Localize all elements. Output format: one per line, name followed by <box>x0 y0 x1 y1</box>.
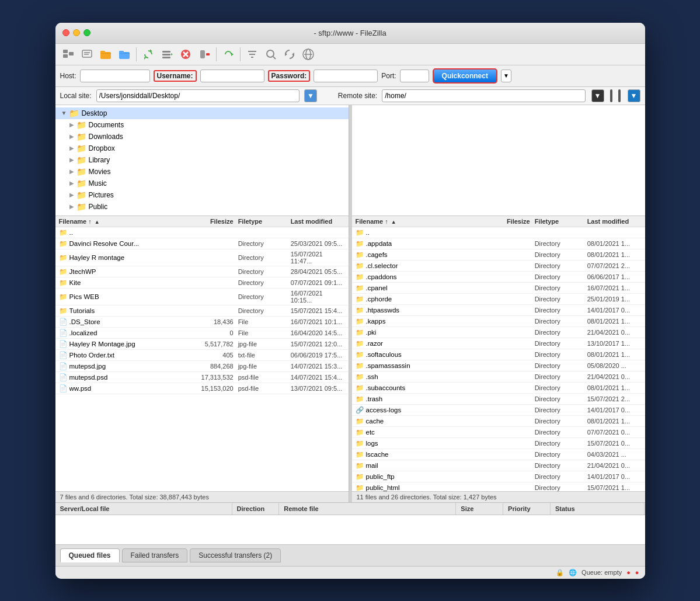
close-button[interactable] <box>62 29 69 36</box>
search-icon[interactable] <box>263 46 279 62</box>
globe-icon: 🌐 <box>569 569 577 576</box>
local-file-row[interactable]: 📁 Hayley R montage Directory 15/07/2021 … <box>55 249 349 266</box>
local-file-row[interactable]: 📄 mutepsd.jpg 884,268 jpg-file 14/07/202… <box>55 361 349 372</box>
queue-col-header: Priority <box>503 503 551 515</box>
remote-file-row[interactable]: 📁 .trash Directory 15/07/2021 2... <box>352 394 645 405</box>
username-input[interactable] <box>200 70 264 82</box>
local-tree-item[interactable]: ▶ 📁 Music <box>55 178 349 189</box>
local-tree-item[interactable]: ▶ 📁 Documents <box>55 119 349 131</box>
local-file-row[interactable]: 📄 Hayley R Montage.jpg 5,517,782 jpg-fil… <box>55 339 349 350</box>
svg-rect-19 <box>200 50 205 58</box>
remote-file-row[interactable]: 📁 logs Directory 15/07/2021 0... <box>352 438 645 449</box>
quickconnect-dropdown[interactable]: ▼ <box>501 70 511 82</box>
local-file-row[interactable]: 📁 .. <box>55 227 349 238</box>
remote-file-row[interactable]: 📁 mail Directory 21/04/2021 0... <box>352 460 645 471</box>
traffic-lights <box>62 29 90 36</box>
remote-file-row[interactable]: 📁 .cpanel Directory 16/07/2021 1... <box>352 283 645 294</box>
remote-file-row[interactable]: 📁 etc Directory 07/07/2021 0... <box>352 427 645 438</box>
reconnect-icon[interactable] <box>220 46 236 62</box>
password-input[interactable] <box>314 70 378 82</box>
connection-bar: Host: Username: Password: Port: Quickcon… <box>55 65 645 87</box>
local-file-row[interactable]: 📄 mutepsd.psd 17,313,532 psd-file 14/07/… <box>55 372 349 383</box>
remote-file-row[interactable]: 📁 .cphorde Directory 25/01/2019 1... <box>352 294 645 305</box>
queue-tab[interactable]: Failed transfers <box>122 548 188 562</box>
local-col-filesize[interactable]: Filesize <box>194 218 238 225</box>
remote-file-row[interactable]: 📁 .appdata Directory 08/01/2021 1... <box>352 238 645 249</box>
local-path-input[interactable] <box>96 89 299 102</box>
local-tree-item[interactable]: ▼ 📁 Desktop <box>55 107 349 119</box>
remote-file-row[interactable]: 📁 .ssh Directory 21/04/2021 0... <box>352 371 645 383</box>
sync-browse-icon[interactable] <box>281 46 298 62</box>
quickconnect-button[interactable]: Quickconnect <box>433 68 497 84</box>
local-tree-item[interactable]: ▶ 📁 Downloads <box>55 131 349 143</box>
remote-file-row[interactable]: 📁 .htpasswds Directory 14/01/2017 0... <box>352 305 645 316</box>
remote-file-list-header: Filename ↑ ▲ Filesize Filetype Last modi… <box>352 216 645 227</box>
filter-icon[interactable] <box>244 46 260 62</box>
remote-col-filename[interactable]: Filename ↑ ▲ <box>356 218 491 225</box>
remote-file-row[interactable]: 🔗 access-logs Directory 14/01/2017 0... <box>352 405 645 416</box>
remote-col-filesize[interactable]: Filesize <box>491 218 535 225</box>
remote-file-row[interactable]: 📁 .spamassassin Directory 05/08/2020 ... <box>352 360 645 371</box>
remote-col-filetype[interactable]: Filetype <box>535 218 587 225</box>
maximize-button[interactable] <box>83 29 90 36</box>
remote-file-row[interactable]: 📁 .razor Directory 13/10/2017 1... <box>352 338 645 349</box>
remote-col-lastmodified[interactable]: Last modified <box>587 218 642 225</box>
remote-file-row[interactable]: 📁 .subaccounts Directory 08/01/2021 1... <box>352 383 645 394</box>
message-log-icon[interactable] <box>79 46 95 62</box>
remote-file-row[interactable]: 📁 public_html Directory 15/07/2021 1... <box>352 482 645 491</box>
local-file-row[interactable]: 📄 .DS_Store 18,436 File 16/07/2021 10:1.… <box>55 317 349 328</box>
local-file-list[interactable]: 📁 .. 📁 Davinci Resolve Cour... Directory… <box>55 227 349 491</box>
remote-file-row[interactable]: 📁 .kapps Directory 08/01/2021 1... <box>352 316 645 327</box>
svg-rect-20 <box>206 53 210 55</box>
remote-file-row[interactable]: 📁 cache Directory 08/01/2021 1... <box>352 416 645 427</box>
local-file-row[interactable]: 📁 Tutorials Directory 15/07/2021 15:4... <box>55 305 349 317</box>
local-file-row[interactable]: 📄 .localized 0 File 16/04/2020 14:5... <box>55 328 349 339</box>
titlebar: - sftp://www - FileZilla <box>55 23 645 44</box>
remote-file-list[interactable]: 📁 .. 📁 .appdata Directory 08/01/2021 1..… <box>352 227 645 491</box>
local-tree[interactable]: ▼ 📁 Desktop ▶ 📁 Documents ▶ 📁 Downloads … <box>55 105 349 216</box>
local-file-row[interactable]: 📄 Photo Order.txt 405 txt-file 06/06/201… <box>55 350 349 361</box>
remote-dir-icon[interactable] <box>116 46 133 62</box>
site-manager-icon[interactable] <box>60 46 76 62</box>
remote-file-row[interactable]: 📁 .softaculous Directory 08/01/2021 1... <box>352 349 645 360</box>
port-input[interactable] <box>400 70 429 82</box>
refresh-icon[interactable] <box>140 46 156 62</box>
local-tree-item[interactable]: ▶ 📁 Library <box>55 154 349 166</box>
remote-file-row[interactable]: 📁 .cagefs Directory 08/01/2021 1... <box>352 249 645 260</box>
minimize-button[interactable] <box>73 29 80 36</box>
local-col-lastmodified[interactable]: Last modified <box>291 218 345 225</box>
queue-tab[interactable]: Successful transfers (2) <box>190 548 281 562</box>
svg-point-25 <box>267 50 274 57</box>
local-tree-item[interactable]: ▶ 📁 Public <box>55 201 349 213</box>
svg-rect-3 <box>82 50 92 57</box>
remote-file-row[interactable]: 📁 public_ftp Directory 14/01/2017 0... <box>352 471 645 482</box>
remote-path-input[interactable] <box>382 89 585 102</box>
local-file-list-header: Filename ↑ ▲ Filesize Filetype Last modi… <box>55 216 349 227</box>
remote-file-row[interactable]: 📁 lscache Directory 04/03/2021 ... <box>352 449 645 460</box>
remote-file-row[interactable]: 📁 .cpaddons Directory 06/06/2017 1... <box>352 272 645 283</box>
local-dir-icon[interactable] <box>97 46 114 62</box>
local-file-row[interactable]: 📁 JtechWP Directory 28/04/2021 05:5... <box>55 266 349 277</box>
local-tree-item[interactable]: ▶ 📁 Dropbox <box>55 143 349 154</box>
local-file-row[interactable]: 📁 Pics WEB Directory 16/07/2021 10:15... <box>55 289 349 305</box>
svg-rect-12 <box>162 51 170 53</box>
remote-file-row[interactable]: 📁 .. <box>352 227 645 238</box>
remote-file-row[interactable]: 📁 .cl.selector Directory 07/07/2021 2... <box>352 260 645 272</box>
local-col-filetype[interactable]: Filetype <box>238 218 291 225</box>
disconnect-icon[interactable] <box>196 46 213 62</box>
remote-path-dropdown[interactable]: ▼ <box>591 89 604 102</box>
process-queue-icon[interactable] <box>159 46 175 62</box>
local-col-filename[interactable]: Filename ↑ ▲ <box>59 218 194 225</box>
remote-file-row[interactable]: 📁 .pki Directory 21/04/2021 0... <box>352 327 645 338</box>
local-file-row[interactable]: 📁 Davinci Resolve Cour... Directory 25/0… <box>55 238 349 249</box>
local-tree-item[interactable]: ▶ 📁 Movies <box>55 166 349 178</box>
stop-icon[interactable] <box>177 46 194 62</box>
host-input[interactable] <box>80 70 150 82</box>
local-tree-item[interactable]: ▶ 📁 Pictures <box>55 189 349 201</box>
queue-tab[interactable]: Queued files <box>60 548 120 562</box>
bookmarks-icon[interactable] <box>300 46 316 62</box>
local-file-row[interactable]: 📄 ww.psd 15,153,020 psd-file 13/07/2021 … <box>55 383 349 394</box>
local-file-row[interactable]: 📁 Kite Directory 07/07/2021 09:1... <box>55 277 349 289</box>
remote-extra-dropdown[interactable]: ▼ <box>628 89 640 102</box>
local-path-dropdown[interactable]: ▼ <box>304 89 317 102</box>
